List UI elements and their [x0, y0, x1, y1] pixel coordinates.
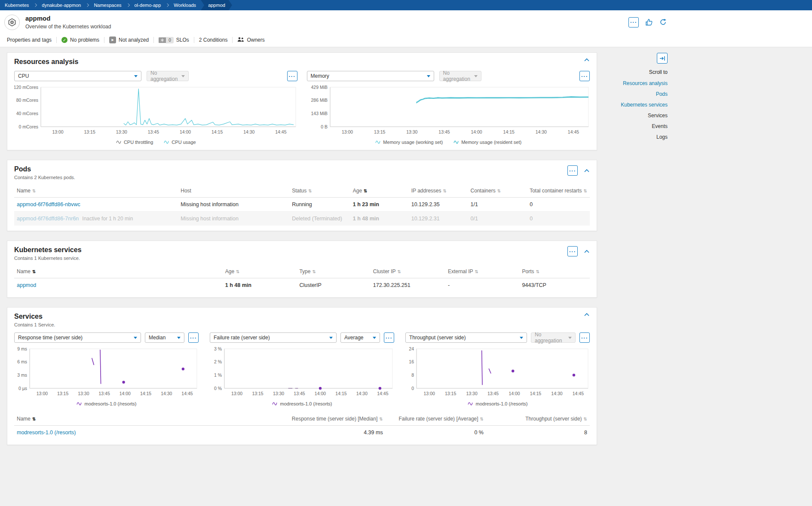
- pod-link[interactable]: appmod-6f76dffd86-nbvwc: [17, 201, 80, 207]
- page-title: appmod: [25, 15, 111, 22]
- svg-text:13:45: 13:45: [294, 391, 305, 396]
- cpu-metric-select[interactable]: CPU: [14, 71, 141, 81]
- breadcrumb-item-cluster[interactable]: dynakube-appmon: [37, 0, 86, 10]
- svg-text:1 %: 1 %: [214, 372, 222, 378]
- refresh-icon[interactable]: [659, 18, 667, 26]
- scroll-to-pods[interactable]: Pods: [656, 91, 668, 97]
- failure-rate-metric-select[interactable]: Failure rate (server side): [210, 332, 337, 343]
- owners-status[interactable]: Owners: [237, 37, 264, 43]
- services-col-response-time[interactable]: Response time (server side) [Median]⇅: [253, 412, 386, 426]
- svg-text:13:15: 13:15: [374, 129, 385, 134]
- collapse-chevron-icon[interactable]: [584, 58, 590, 62]
- no-problems-status[interactable]: ✓ No problems: [61, 37, 99, 43]
- svg-text:13:00: 13:00: [341, 129, 352, 134]
- svg-text:24: 24: [409, 346, 414, 351]
- slos-status[interactable]: 0 SLOs: [159, 37, 189, 43]
- pods-col-containers[interactable]: Containers⇅: [468, 184, 527, 198]
- svg-text:13:45: 13:45: [438, 129, 450, 134]
- pod-containers: 0/1: [468, 212, 527, 226]
- services-col-failure-rate[interactable]: Failure rate (server side) [Average]⇅: [386, 412, 486, 426]
- scroll-to-services[interactable]: Services: [648, 113, 668, 119]
- table-row: appmod-6f76dffd86-nbvwc Missing host inf…: [14, 198, 590, 212]
- resources-analysis-title: Resources analysis: [14, 58, 78, 66]
- svc-col-ports[interactable]: Ports⇅: [520, 265, 590, 278]
- k8s-service-link[interactable]: appmod: [17, 282, 36, 288]
- svg-text:14:45: 14:45: [377, 391, 388, 396]
- services-col-name[interactable]: Name⇅: [14, 412, 253, 426]
- properties-bar: Properties and tags ✓ No problems ▶ Not …: [0, 33, 812, 47]
- svg-text:14:15: 14:15: [140, 391, 151, 396]
- memory-chart-menu-button[interactable]: ···: [579, 71, 590, 81]
- response-time-panel: Response time (server side) Median ··· 0…: [14, 332, 199, 406]
- cpu-chart-menu-button[interactable]: ···: [287, 71, 297, 81]
- pods-col-name[interactable]: Name⇅: [14, 184, 178, 198]
- pods-col-status[interactable]: Status⇅: [289, 184, 350, 198]
- cpu-aggregation-select: No aggregation: [147, 71, 189, 81]
- kubernetes-services-table: Name⇅ Age⇅ Type⇅ Cluster IP⇅ External IP…: [14, 265, 590, 292]
- sort-icon: ⇅: [398, 269, 401, 274]
- svc-col-cluster-ip[interactable]: Cluster IP⇅: [371, 265, 445, 278]
- svg-text:14:30: 14:30: [161, 391, 172, 396]
- svc-col-age[interactable]: Age⇅: [223, 265, 297, 278]
- not-analyzed-status[interactable]: ▶ Not analyzed: [109, 37, 149, 43]
- svg-text:14:15: 14:15: [335, 391, 346, 396]
- throughput-menu-button[interactable]: ···: [579, 332, 590, 343]
- service-response-time: 4.39 ms: [253, 426, 386, 440]
- legend-item[interactable]: CPU throttling: [116, 140, 153, 145]
- kubernetes-services-menu-button[interactable]: ···: [567, 246, 578, 256]
- breadcrumb-item-current[interactable]: appmod: [201, 0, 232, 10]
- divider: [194, 37, 194, 43]
- pod-age: 1 h 48 min: [350, 212, 409, 226]
- legend-item[interactable]: CPU usage: [163, 140, 196, 145]
- properties-and-tags[interactable]: Properties and tags: [7, 37, 52, 43]
- legend-item[interactable]: modresorts-1.0 (/resorts): [76, 401, 136, 406]
- response-time-menu-button[interactable]: ···: [188, 332, 199, 343]
- thumbs-up-icon[interactable]: [645, 18, 653, 26]
- legend-item[interactable]: modresorts-1.0 (/resorts): [272, 401, 332, 406]
- pods-menu-button[interactable]: ···: [567, 165, 578, 176]
- failure-rate-aggregation-select[interactable]: Average: [340, 332, 380, 343]
- pods-col-ip[interactable]: IP addresses⇅: [409, 184, 468, 198]
- svg-text:13:30: 13:30: [273, 391, 284, 396]
- memory-metric-select[interactable]: Memory: [307, 71, 434, 81]
- chevron-right-icon: [34, 3, 37, 7]
- service-link[interactable]: modresorts-1.0 (/resorts): [17, 430, 76, 436]
- legend-item[interactable]: Memory usage (resident set): [453, 140, 521, 145]
- divider: [232, 37, 233, 43]
- legend-item[interactable]: Memory usage (working set): [375, 140, 443, 145]
- pods-col-restarts[interactable]: Total container restarts⇅: [527, 184, 590, 198]
- response-time-legend: modresorts-1.0 (/resorts): [14, 401, 199, 406]
- response-time-metric-select[interactable]: Response time (server side): [14, 332, 141, 343]
- scroll-to-kubernetes-services[interactable]: Kubernetes services: [621, 102, 668, 108]
- svg-text:14:45: 14:45: [573, 391, 584, 396]
- throughput-metric-select[interactable]: Throughput (server side): [405, 332, 527, 343]
- scroll-to-events[interactable]: Events: [652, 123, 668, 129]
- pod-link[interactable]: appmod-6f76dffd86-7nr6n: [17, 216, 79, 222]
- response-time-aggregation-select[interactable]: Median: [145, 332, 184, 343]
- services-title: Services: [14, 313, 55, 320]
- cpu-chart: 0 mCores40 mCores80 mCores120 mCores13:0…: [14, 84, 297, 136]
- failure-rate-menu-button[interactable]: ···: [384, 332, 394, 343]
- pods-col-age[interactable]: Age⇅: [350, 184, 409, 198]
- pod-status: Deleted (Terminated): [289, 212, 350, 226]
- breadcrumb-item-namespace[interactable]: ol-demo-app: [130, 0, 166, 10]
- collapse-panel-button[interactable]: [657, 53, 668, 64]
- scroll-to-resources-analysis[interactable]: Resources analysis: [623, 80, 668, 86]
- pods-col-host[interactable]: Host: [178, 184, 289, 198]
- collapse-chevron-icon[interactable]: [584, 250, 590, 253]
- breadcrumb-item-kubernetes[interactable]: Kubernetes: [0, 0, 34, 10]
- scroll-to-logs[interactable]: Logs: [656, 134, 668, 140]
- svc-col-type[interactable]: Type⇅: [297, 265, 370, 278]
- services-table: Name⇅ Response time (server side) [Media…: [14, 412, 590, 439]
- more-actions-button[interactable]: ···: [628, 17, 639, 27]
- legend-item[interactable]: modresorts-1.0 (/resorts): [467, 401, 527, 406]
- conditions-status[interactable]: 2 Conditions: [199, 37, 228, 43]
- breadcrumb-item-namespaces[interactable]: Namespaces: [89, 0, 126, 10]
- svc-col-external-ip[interactable]: External IP⇅: [445, 265, 520, 278]
- collapse-chevron-icon[interactable]: [584, 313, 590, 317]
- collapse-chevron-icon[interactable]: [584, 169, 590, 173]
- services-col-throughput[interactable]: Throughput (server side)⇅: [486, 412, 590, 426]
- breadcrumb-item-workloads[interactable]: Workloads: [169, 0, 201, 10]
- svc-col-name[interactable]: Name⇅: [14, 265, 223, 278]
- chevron-down-icon: [373, 337, 376, 339]
